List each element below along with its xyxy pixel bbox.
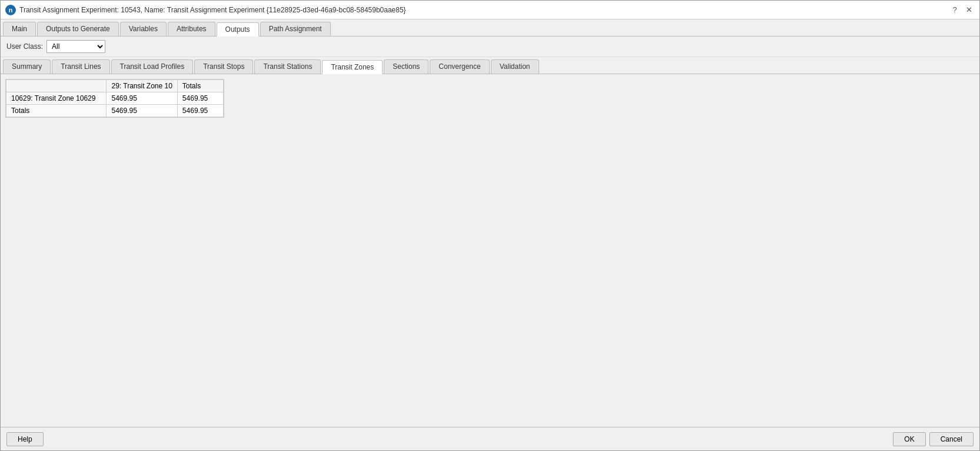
footer-right: OK Cancel: [893, 432, 974, 446]
tab-transit-stops[interactable]: Transit Stops: [194, 59, 253, 74]
user-class-select[interactable]: All: [46, 40, 105, 53]
close-button[interactable]: ✕: [963, 4, 975, 16]
tab-main[interactable]: Main: [3, 22, 36, 36]
title-bar-left: n Transit Assignment Experiment: 10543, …: [5, 5, 406, 15]
data-table-container: 29: Transit Zone 10 Totals 10629: Transi…: [5, 79, 224, 118]
tab-outputs[interactable]: Outputs: [217, 22, 259, 37]
tab-transit-load-profiles[interactable]: Transit Load Profiles: [111, 59, 194, 74]
tab-convergence[interactable]: Convergence: [430, 59, 489, 74]
sub-tab-bar: Summary Transit Lines Transit Load Profi…: [1, 57, 979, 74]
col3-header: Totals: [177, 80, 223, 92]
totals-row: Totals 5469.95 5469.95: [6, 105, 224, 117]
user-class-label: User Class:: [6, 42, 43, 51]
tab-transit-stations[interactable]: Transit Stations: [254, 59, 321, 74]
footer: Help OK Cancel: [1, 427, 979, 450]
footer-left: Help: [6, 432, 44, 446]
tab-outputs-to-generate[interactable]: Outputs to Generate: [37, 22, 119, 36]
title-bar: n Transit Assignment Experiment: 10543, …: [1, 1, 979, 19]
col2-header: 29: Transit Zone 10: [107, 80, 177, 92]
main-tab-bar: Main Outputs to Generate Variables Attri…: [1, 19, 979, 37]
help-icon-button[interactable]: ?: [949, 4, 961, 16]
row-1-col2: 5469.95: [107, 92, 177, 105]
tab-transit-zones[interactable]: Transit Zones: [322, 60, 383, 74]
help-button[interactable]: Help: [6, 432, 44, 446]
title-bar-controls: ? ✕: [949, 4, 975, 16]
tab-attributes[interactable]: Attributes: [168, 22, 215, 36]
table-row: 10629: Transit Zone 10629 5469.95 5469.9…: [6, 92, 224, 105]
app-icon: n: [5, 5, 16, 15]
tab-path-assignment[interactable]: Path Assignment: [260, 22, 331, 36]
transit-zones-table: 29: Transit Zone 10 Totals 10629: Transi…: [6, 79, 224, 117]
row-header-1: 10629: Transit Zone 10629: [6, 92, 107, 105]
totals-label: Totals: [6, 105, 107, 117]
tab-transit-lines[interactable]: Transit Lines: [52, 59, 109, 74]
tab-variables[interactable]: Variables: [120, 22, 167, 36]
tab-validation[interactable]: Validation: [491, 59, 539, 74]
tab-summary[interactable]: Summary: [3, 59, 51, 74]
ok-button[interactable]: OK: [893, 432, 925, 446]
row-1-col3: 5469.95: [177, 92, 223, 105]
user-class-row: User Class: All: [1, 37, 979, 57]
totals-col2: 5469.95: [107, 105, 177, 117]
cancel-button[interactable]: Cancel: [929, 432, 974, 446]
totals-col3: 5469.95: [177, 105, 223, 117]
main-window: n Transit Assignment Experiment: 10543, …: [0, 0, 980, 451]
tab-sections[interactable]: Sections: [384, 59, 428, 74]
col1-header: [6, 80, 107, 92]
content-area: 29: Transit Zone 10 Totals 10629: Transi…: [1, 74, 979, 427]
window-title: Transit Assignment Experiment: 10543, Na…: [19, 6, 406, 14]
